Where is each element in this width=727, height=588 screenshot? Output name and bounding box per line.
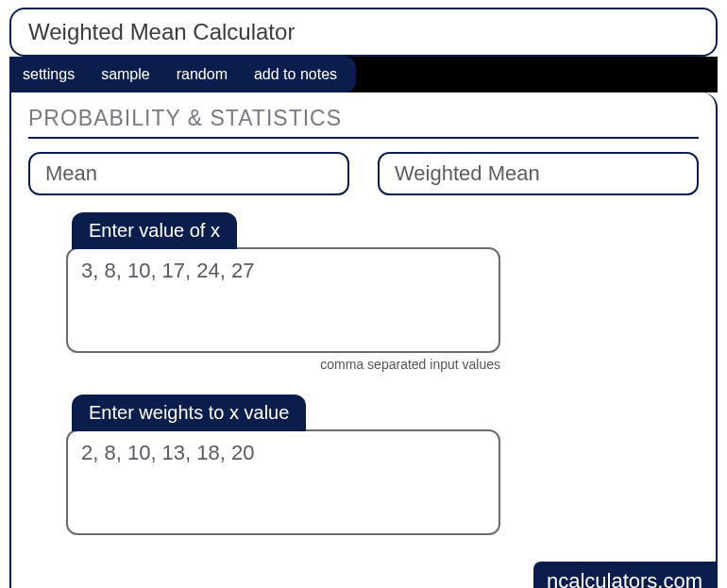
- page-title: Weighted Mean Calculator: [9, 8, 718, 57]
- subtabs: Mean Weighted Mean: [28, 152, 699, 195]
- subtab-weighted-mean[interactable]: Weighted Mean: [378, 152, 699, 195]
- tab-settings[interactable]: settings: [9, 59, 88, 91]
- section-title: PROBABILITY & STATISTICS: [28, 106, 699, 139]
- weights-input[interactable]: [66, 429, 500, 535]
- tab-sample[interactable]: sample: [88, 59, 163, 91]
- toolbar-tabs: settings sample random add to notes: [9, 57, 356, 92]
- field-weights: Enter weights to x value: [66, 395, 500, 535]
- x-hint: comma separated input values: [66, 357, 500, 372]
- x-input[interactable]: [66, 247, 500, 353]
- field-weights-label: Enter weights to x value: [72, 395, 306, 431]
- tab-add-to-notes[interactable]: add to notes: [241, 59, 350, 91]
- field-x: Enter value of x comma separated input v…: [66, 212, 500, 372]
- main-panel: PROBABILITY & STATISTICS Mean Weighted M…: [9, 92, 718, 588]
- tab-random[interactable]: random: [163, 59, 241, 91]
- subtab-mean[interactable]: Mean: [28, 152, 349, 195]
- toolbar: settings sample random add to notes: [9, 57, 718, 92]
- watermark: ncalculators.com: [533, 562, 716, 588]
- field-x-label: Enter value of x: [72, 212, 237, 249]
